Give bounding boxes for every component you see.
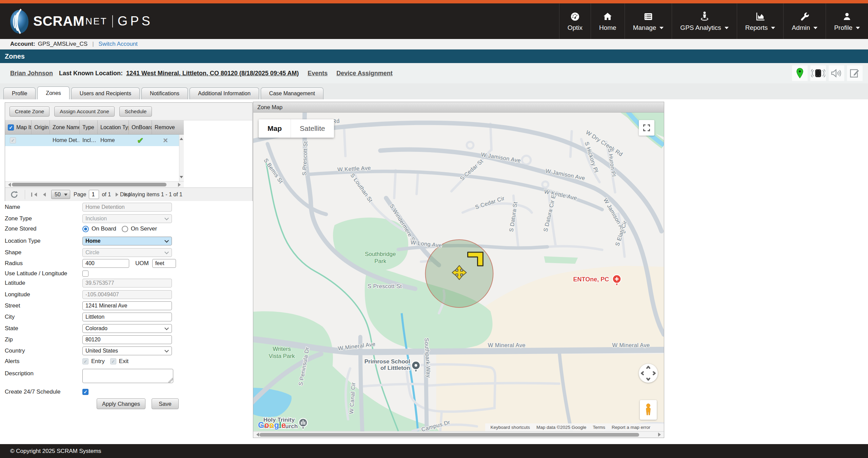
fullscreen-icon[interactable] [639,120,654,136]
nav-item-gps-analytics[interactable]: GPS Analytics [672,3,736,39]
scroll-right-icon[interactable] [178,183,183,187]
map-attribution: Keyboard shortcutsMap data ©2025 GoogleT… [485,423,664,431]
country-select[interactable]: United States [82,346,172,355]
last-known-location-link[interactable]: 1241 West Mineral, Littleton, CO 80120 (… [126,70,299,77]
uom-field[interactable] [152,259,176,268]
col-zone-name[interactable]: Zone Name [50,120,80,134]
page-size-dropdown[interactable]: 50 [51,190,70,199]
client-icon-toolbar [792,65,863,81]
attribution-keyboard-shortcuts[interactable]: Keyboard shortcuts [491,425,530,430]
col-remove[interactable]: Remove [152,120,184,134]
notes-icon[interactable] [847,65,863,81]
account-divider: | [92,41,94,47]
schedule-button[interactable]: Schedule [119,106,152,117]
attribution-terms[interactable]: Terms [593,425,605,430]
tab-additional-information[interactable]: Additional Information [190,87,259,99]
attribution-map-data-2025-google[interactable]: Map data ©2025 Google [536,425,586,430]
chevron-down-icon [164,216,169,220]
col-onboard[interactable]: OnBoard [129,120,152,134]
city-field[interactable] [82,313,172,321]
onboard-check-icon: ✔ [129,135,152,146]
exit-checkbox-disabled: ✓ [110,358,116,364]
nav-item-home[interactable]: Home [591,3,625,39]
map-type-control: Map Satellite [259,119,334,138]
longitude-label: Longitude [5,291,82,298]
schedule-checkbox[interactable]: ✓ [82,389,88,395]
state-select[interactable]: Colorado [82,324,172,333]
scroll-right-icon[interactable] [658,433,663,437]
col-location-type[interactable]: Location Type [98,120,129,134]
radius-field[interactable] [82,259,129,268]
row-map-it-cell[interactable]: ✓ [5,135,32,146]
zone-map-title: Zone Map [253,102,664,113]
switch-account-link[interactable]: Switch Account [99,41,138,47]
select-all-checkbox[interactable]: ✓ [8,124,14,131]
pager-summary: Displaying items 1 - 1 of 1 [120,192,182,198]
prev-page-button[interactable] [41,193,46,197]
nav-item-reports[interactable]: Reports [737,3,784,39]
col-origin[interactable]: Origin [32,120,50,134]
table-horizontal-scrollbar[interactable] [5,181,184,187]
top-accent-bar [0,0,868,3]
zip-field[interactable] [82,335,172,344]
tab-profile[interactable]: Profile [3,87,36,99]
location-type-select[interactable]: Home [82,237,172,245]
nav-item-optix[interactable]: Optix [559,3,591,39]
events-link[interactable]: Events [308,70,328,77]
tab-zones[interactable]: Zones [37,86,69,99]
scrollbar-thumb[interactable] [259,433,639,437]
device-assignment-link[interactable]: Device Assignment [336,70,392,77]
pan-control[interactable] [639,364,658,383]
scroll-left-icon[interactable] [254,433,259,437]
scrollbar-thumb[interactable] [12,183,166,186]
assign-account-zone-button[interactable]: Assign Account Zone [54,106,115,117]
first-page-button[interactable] [31,193,37,197]
map-pin-icon[interactable] [792,65,808,81]
save-button[interactable]: Save [152,398,179,409]
google-map[interactable]: W Dry Creek RdW Dry Creek RdW Jamison Av… [253,113,664,431]
scroll-up-icon[interactable] [180,136,183,140]
zone-table-header: ✓ Map It Origin Zone Name Type Location … [5,120,184,135]
nav-item-manage[interactable]: Manage [625,3,672,39]
scroll-down-icon[interactable] [180,176,183,180]
speaker-icon[interactable] [829,65,844,81]
map-horizontal-scrollbar[interactable] [253,431,664,438]
map-type-satellite-button[interactable]: Satellite [291,119,334,138]
zone-table: ✓ Map It Origin Zone Name Type Location … [5,120,184,181]
col-map-it[interactable]: ✓ Map It [5,120,32,134]
map-type-map-button[interactable]: Map [259,119,291,138]
gauge-icon [570,11,580,22]
client-name-link[interactable]: Brian Johnson [10,70,53,77]
street-field[interactable] [82,301,172,310]
street-label: W Mineral Ave [488,342,526,348]
poi-label: ENTOne, PC [573,276,609,283]
use-lat-long-checkbox[interactable] [82,271,88,277]
nav-item-profile[interactable]: Profile [826,3,868,39]
scroll-left-icon[interactable] [6,183,11,187]
nav-item-admin[interactable]: Admin [783,3,826,39]
tab-users-and-recipients[interactable]: Users and Recipients [71,87,140,99]
google-logo[interactable]: Google [258,421,286,430]
refresh-icon[interactable] [10,190,19,199]
attribution-report-a-map-error[interactable]: Report a map error [612,425,650,430]
page-number-input[interactable] [89,190,99,199]
table-vertical-scrollbar[interactable] [179,135,184,181]
pegman-icon[interactable] [640,400,657,420]
name-label: Name [5,204,82,211]
account-bar: Account: GPS_AMSLive_CS | Switch Account [0,39,868,49]
on-server-radio[interactable] [122,226,128,232]
exit-label: Exit [119,358,129,365]
description-field[interactable] [82,369,173,383]
on-board-radio[interactable] [82,226,89,232]
col-type[interactable]: Type [80,120,98,134]
street-label: S Prescott St [368,283,402,289]
table-row[interactable]: ✓ Home Det… Incl… Home ✔ × [5,135,184,146]
device-signal-icon[interactable] [810,65,826,81]
tab-case-management[interactable]: Case Management [261,87,323,99]
apply-changes-button[interactable]: Apply Changes [97,398,145,409]
remove-x-icon[interactable]: × [152,135,179,146]
location-type-label: Location Type [5,238,82,244]
create-zone-button[interactable]: Create Zone [9,106,50,117]
park-label: Park [374,258,386,264]
tab-notifications[interactable]: Notifications [141,87,188,99]
